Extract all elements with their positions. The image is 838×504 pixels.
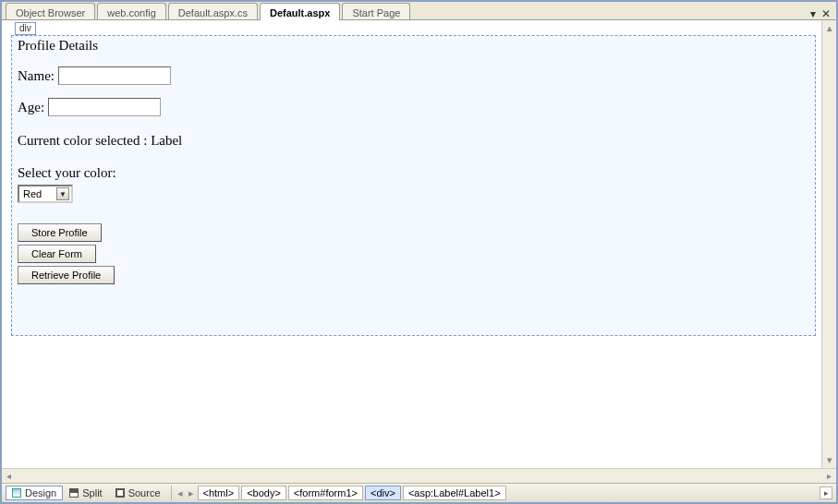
button-label: Clear Form bbox=[31, 248, 82, 259]
tab-default-aspx-cs[interactable]: Default.aspx.cs bbox=[168, 3, 258, 19]
tab-label: Start Page bbox=[352, 7, 400, 18]
vertical-scrollbar[interactable]: ▴ ▾ bbox=[821, 20, 836, 468]
scroll-up-icon[interactable]: ▴ bbox=[827, 22, 832, 34]
designer-canvas-wrap: div Profile Details Name: Age: bbox=[2, 20, 836, 468]
tab-web-config[interactable]: web.config bbox=[97, 3, 166, 19]
split-view-icon bbox=[69, 488, 79, 498]
tag-handle-label: div bbox=[19, 23, 31, 33]
horizontal-scrollbar[interactable]: ◂ ▸ bbox=[2, 468, 836, 483]
clear-form-button[interactable]: Clear Form bbox=[18, 245, 96, 263]
view-label: Design bbox=[25, 487, 56, 498]
view-label: Source bbox=[128, 487, 161, 498]
design-view-icon bbox=[12, 488, 21, 498]
designer-canvas[interactable]: div Profile Details Name: Age: bbox=[2, 20, 821, 468]
breadcrumb-label: <asp:Label#Label1> bbox=[408, 487, 501, 498]
close-icon[interactable]: ✕ bbox=[821, 8, 831, 19]
view-source-button[interactable]: Source bbox=[109, 486, 167, 500]
breadcrumb-label: <body> bbox=[247, 487, 281, 498]
source-view-icon bbox=[115, 488, 125, 498]
scroll-right-icon[interactable]: ▸ bbox=[824, 471, 834, 481]
breadcrumb-html[interactable]: <html> bbox=[198, 486, 240, 500]
tab-object-browser[interactable]: Object Browser bbox=[6, 3, 95, 19]
chevron-down-icon[interactable]: ▼ bbox=[56, 187, 69, 200]
name-label: Name: bbox=[18, 68, 55, 84]
current-color-line: Current color selected : Label bbox=[18, 133, 809, 149]
dropdown-value: Red bbox=[23, 188, 42, 199]
view-footer-bar: Design Split Source ◂ ▸ <html> <body> <f… bbox=[2, 483, 836, 502]
current-color-value: Label bbox=[151, 133, 182, 148]
button-label: Retrieve Profile bbox=[31, 270, 101, 281]
view-label: Split bbox=[82, 487, 102, 498]
tab-default-aspx[interactable]: Default.aspx bbox=[260, 3, 340, 20]
name-input[interactable] bbox=[58, 66, 171, 85]
breadcrumb-label: <div> bbox=[370, 487, 395, 498]
store-profile-button[interactable]: Store Profile bbox=[18, 223, 102, 242]
select-color-label: Select your color: bbox=[18, 165, 809, 181]
tab-label: web.config bbox=[107, 7, 156, 18]
breadcrumb-next-icon[interactable]: ▸ bbox=[187, 487, 196, 499]
breadcrumb-label: <form#form1> bbox=[294, 487, 358, 498]
editor-pane: Object Browser web.config Default.aspx.c… bbox=[0, 0, 838, 504]
breadcrumb-form[interactable]: <form#form1> bbox=[288, 486, 363, 500]
age-input[interactable] bbox=[48, 98, 161, 116]
breadcrumb-nav-arrows: ◂ ▸ bbox=[176, 487, 196, 499]
button-label: Store Profile bbox=[31, 227, 88, 238]
selected-div-panel[interactable]: Profile Details Name: Age: Current color… bbox=[11, 35, 816, 336]
tab-label: Default.aspx bbox=[270, 7, 330, 18]
element-tag-handle[interactable]: div bbox=[15, 22, 36, 35]
breadcrumb-body[interactable]: <body> bbox=[241, 486, 286, 500]
color-dropdown[interactable]: Red ▼ bbox=[18, 185, 73, 203]
tab-label: Object Browser bbox=[16, 7, 85, 18]
breadcrumb-prev-icon[interactable]: ◂ bbox=[176, 487, 185, 499]
current-color-prefix: Current color selected : bbox=[18, 133, 151, 148]
view-split-button[interactable]: Split bbox=[63, 486, 108, 500]
window-position-icon[interactable]: ▾ bbox=[810, 8, 816, 19]
document-tabstrip: Object Browser web.config Default.aspx.c… bbox=[2, 2, 836, 20]
breadcrumb-div[interactable]: <div> bbox=[365, 486, 401, 500]
tab-start-page[interactable]: Start Page bbox=[342, 3, 410, 19]
separator bbox=[171, 486, 172, 500]
scroll-down-icon[interactable]: ▾ bbox=[827, 454, 832, 466]
retrieve-profile-button[interactable]: Retrieve Profile bbox=[18, 266, 115, 284]
scroll-left-icon[interactable]: ◂ bbox=[4, 471, 14, 481]
view-design-button[interactable]: Design bbox=[6, 486, 63, 500]
tab-label: Default.aspx.cs bbox=[178, 7, 248, 18]
breadcrumb-label: <html> bbox=[203, 487, 235, 498]
breadcrumb-overflow-icon[interactable]: ▸ bbox=[820, 486, 832, 499]
breadcrumb-label1[interactable]: <asp:Label#Label1> bbox=[403, 486, 506, 500]
age-label: Age: bbox=[18, 100, 44, 115]
panel-heading: Profile Details bbox=[18, 38, 809, 54]
